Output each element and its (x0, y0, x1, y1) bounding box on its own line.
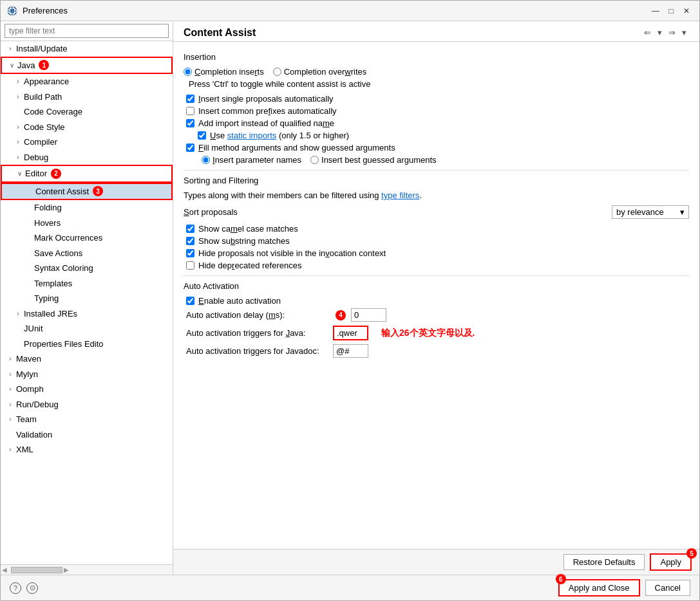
completion-inserts-option[interactable]: Completion inserts (184, 67, 264, 77)
sidebar-item-folding[interactable]: Folding (1, 200, 173, 216)
sidebar-item-syntax-coloring[interactable]: Syntax Coloring (1, 261, 173, 276)
sidebar-item-code-style[interactable]: › Code Style (1, 120, 173, 135)
arrow-icon (14, 107, 23, 116)
insert-best-option[interactable]: Insert best guessed arguments (310, 155, 437, 165)
arrow-icon: › (14, 92, 23, 102)
sidebar-item-label: Oomph (16, 383, 44, 396)
apply-button[interactable]: Apply (650, 553, 692, 571)
apply-and-close-button[interactable]: Apply and Close (558, 579, 640, 596)
minimize-button[interactable]: — (649, 5, 662, 17)
sidebar-scroll-horizontal[interactable]: ◀ ▶ (1, 564, 173, 575)
sidebar-item-editor[interactable]: ∨ Editor 2 (1, 165, 173, 183)
hide-deprecated-checkbox[interactable] (186, 261, 194, 270)
sidebar-item-maven[interactable]: › Maven (1, 351, 173, 367)
substring-checkbox[interactable] (186, 237, 194, 245)
add-import-checkbox[interactable] (186, 119, 194, 127)
sidebar-item-label: Run/Debug (16, 398, 59, 411)
sidebar-item-label: Editor (25, 167, 47, 180)
bottom-bar: ? ⊙ Apply and Close 6 Cancel (1, 575, 699, 600)
sidebar-item-save-actions[interactable]: Save Actions (1, 246, 173, 261)
completion-inserts-radio[interactable] (184, 68, 192, 76)
sidebar-item-hovers[interactable]: Hovers (1, 216, 173, 231)
nav-dropdown-button[interactable]: ▾ (655, 26, 665, 39)
sidebar-item-mylyn[interactable]: › Mylyn (1, 367, 173, 382)
sidebar-item-xml[interactable]: › XML (1, 442, 173, 458)
javadoc-triggers-input[interactable] (333, 344, 368, 358)
cb-substring: Show substring matches (186, 236, 689, 246)
sidebar-item-label: Folding (34, 201, 62, 214)
arrow-icon (14, 339, 23, 349)
sidebar-item-team[interactable]: › Team (1, 412, 173, 427)
completion-overwrites-option[interactable]: Completion overwrites (273, 67, 367, 77)
sidebar-item-run-debug[interactable]: › Run/Debug (1, 397, 173, 412)
title-controls: — □ ✕ (649, 5, 693, 17)
javadoc-triggers-label: Auto activation triggers for Javadoc: (186, 346, 328, 356)
sidebar-scrollbar-thumb[interactable] (11, 567, 62, 573)
sidebar-item-installed-jres[interactable]: › Installed JREs (1, 306, 173, 322)
badge-3: 3 (93, 186, 103, 196)
sidebar-item-build-path[interactable]: › Build Path (1, 89, 173, 105)
fill-method-checkbox[interactable] (186, 143, 194, 152)
insert-single-checkbox[interactable] (186, 95, 194, 103)
search-input[interactable] (5, 24, 169, 38)
panel-body: Insertion Completion inserts Completion … (173, 42, 699, 549)
sidebar-item-appearance[interactable]: › Appearance (1, 74, 173, 89)
auto-activation-label: Auto Activation (184, 281, 689, 291)
use-static-checkbox[interactable] (198, 131, 206, 140)
nav-forward-button[interactable]: ⇒ (666, 26, 678, 39)
bottom-right: Apply and Close 6 Cancel (558, 579, 690, 596)
sidebar-item-properties-files[interactable]: Properties Files Edito (1, 337, 173, 352)
separator-1 (184, 170, 689, 171)
sidebar-item-typing[interactable]: Typing (1, 291, 173, 306)
insert-param-radio[interactable] (202, 156, 210, 164)
badge-6: 6 (556, 574, 566, 584)
sidebar-item-mark-occurrences[interactable]: Mark Occurrences (1, 230, 173, 246)
settings-icon[interactable]: ⊙ (26, 582, 38, 594)
sidebar-item-install-update[interactable]: › Install/Update (1, 41, 173, 57)
sidebar-item-code-coverage[interactable]: Code Coverage (1, 104, 173, 120)
insertion-section-label: Insertion (184, 52, 689, 62)
arrow-icon: ∨ (7, 60, 16, 70)
cb-hide-not-visible: Hide proposals not visible in the invoca… (186, 248, 689, 258)
cb-fill-method: Fill method arguments and show guessed a… (186, 143, 689, 153)
sort-dropdown[interactable]: by relevance ▾ (612, 205, 689, 219)
insert-common-checkbox[interactable] (186, 107, 194, 115)
sidebar-item-label: Install/Update (16, 42, 68, 55)
sidebar-item-java[interactable]: ∨ Java 1 (1, 57, 173, 75)
panel-nav-icons: ⇐ ▾ ⇒ ▾ (641, 26, 689, 39)
enable-auto-checkbox[interactable] (186, 297, 194, 305)
camel-case-checkbox[interactable] (186, 225, 194, 233)
type-filters-link[interactable]: type filters (381, 190, 419, 200)
arrow-icon: › (14, 137, 23, 147)
tree-scroll[interactable]: › Install/Update ∨ Java 1 › Appearance › (1, 41, 173, 564)
java-triggers-input[interactable] (333, 326, 368, 340)
nav-forward-dropdown-button[interactable]: ▾ (679, 26, 689, 39)
auto-activation-section: Auto Activation Enable auto activation A… (184, 281, 689, 358)
svg-point-0 (8, 6, 17, 15)
sidebar-item-validation[interactable]: Validation (1, 427, 173, 443)
sidebar-item-compiler[interactable]: › Compiler (1, 134, 173, 150)
maximize-button[interactable]: □ (665, 5, 677, 17)
insert-best-radio[interactable] (310, 156, 319, 164)
restore-defaults-button[interactable]: Restore Defaults (563, 554, 645, 570)
sidebar-item-label: Validation (16, 429, 52, 441)
camel-case-label: Show camel case matches (198, 224, 298, 234)
sidebar-item-templates[interactable]: Templates (1, 276, 173, 291)
sidebar-item-oomph[interactable]: › Oomph (1, 382, 173, 397)
insert-param-option[interactable]: Insert parameter names (202, 155, 301, 165)
sidebar-item-debug[interactable]: › Debug (1, 150, 173, 165)
close-button[interactable]: ✕ (680, 5, 693, 17)
cancel-button[interactable]: Cancel (645, 580, 690, 596)
sidebar-item-junit[interactable]: JUnit (1, 321, 173, 337)
cb-add-import: Add import instead of qualified name (186, 118, 689, 128)
help-icon[interactable]: ? (10, 582, 21, 594)
nav-back-button[interactable]: ⇐ (641, 26, 654, 39)
javadoc-triggers-row: Auto activation triggers for Javadoc: (186, 344, 689, 358)
static-imports-link[interactable]: static imports (227, 131, 277, 140)
sidebar-item-content-assist[interactable]: Content Assist 3 (1, 183, 173, 201)
hide-not-visible-checkbox[interactable] (186, 249, 194, 257)
delay-input[interactable] (351, 308, 386, 322)
title-bar: Preferences — □ ✕ (1, 1, 699, 21)
completion-overwrites-radio[interactable] (273, 68, 281, 76)
completion-overwrites-label: Completion overwrites (284, 67, 367, 77)
